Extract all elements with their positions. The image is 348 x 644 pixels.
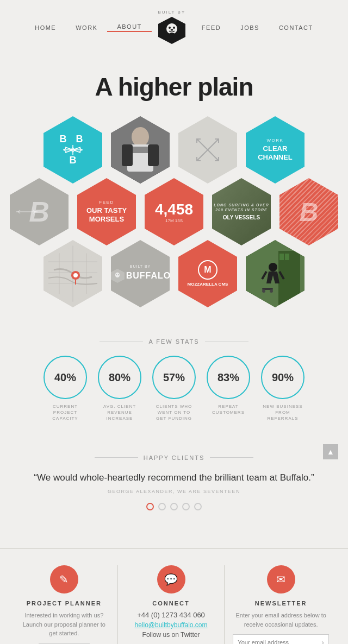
carousel-dot-4[interactable] bbox=[182, 503, 190, 510]
stats-divider: A FEW STATS bbox=[11, 338, 337, 345]
email-link[interactable]: hello@builtbybuffalo.com bbox=[134, 621, 207, 629]
svg-rect-15 bbox=[122, 144, 133, 166]
connect-icon-circle: 💬 bbox=[157, 565, 185, 594]
built-by-label: BUILT BY bbox=[158, 10, 185, 15]
carousel-dot-2[interactable] bbox=[158, 503, 166, 510]
feed-label: FEED bbox=[99, 200, 114, 205]
svg-point-42 bbox=[262, 289, 265, 293]
project-planner-desc: Interested in working with us? Launch ou… bbox=[19, 611, 109, 638]
envelope-icon: ✉ bbox=[276, 573, 285, 586]
mozzarella-m: M bbox=[204, 265, 211, 275]
testimonial-section: HAPPY CLIENTS “We would whole-heartedly … bbox=[0, 438, 348, 522]
spacer bbox=[0, 521, 348, 538]
oly-vessels-title: OLY VESSELS bbox=[212, 214, 271, 220]
buffalo-title: BUFFALO bbox=[126, 271, 171, 281]
hex-buffalo[interactable]: BUILT BY BUFFALO bbox=[108, 236, 173, 311]
edit-icon: ✎ bbox=[59, 573, 69, 586]
svg-point-3 bbox=[173, 27, 175, 29]
nav-contact[interactable]: CONTACT bbox=[269, 24, 323, 31]
carousel-dot-1[interactable] bbox=[146, 503, 154, 510]
newsletter-desc: Enter your email address below to receiv… bbox=[233, 611, 329, 629]
phone-number: +44 (0) 1273 434 060 bbox=[137, 611, 205, 619]
carousel-dots bbox=[33, 503, 315, 510]
skater-photo-svg bbox=[246, 240, 304, 307]
email-submit-arrow[interactable]: › bbox=[317, 635, 328, 644]
hero-headline: A higher plain bbox=[0, 72, 348, 102]
svg-rect-16 bbox=[148, 144, 159, 166]
svg-point-29 bbox=[73, 273, 78, 277]
stats-circles: 40% CURRENT PROJECT CAPACITY 80% AVG. CL… bbox=[11, 356, 337, 422]
connect-panel: 💬 CONNECT +44 (0) 1273 434 060 hello@bui… bbox=[118, 565, 225, 644]
stats-title: A FEW STATS bbox=[148, 338, 199, 345]
nav-about[interactable]: ABOUT bbox=[107, 23, 151, 32]
oly-vessels-text: LONG SURFING & OVER 200 EVENTS IN STORE bbox=[212, 203, 271, 212]
chat-icon: 💬 bbox=[164, 573, 178, 586]
newsletter-email-row: › bbox=[233, 634, 329, 644]
stat-label-4: REPEAT CUSTOMERS bbox=[207, 403, 250, 415]
stat-ring-4: 83% bbox=[207, 356, 250, 399]
nav-jobs[interactable]: JOBS bbox=[231, 24, 269, 31]
hex-map[interactable] bbox=[40, 236, 105, 311]
bbb-logo: B B B bbox=[60, 134, 86, 166]
nav-home[interactable]: HOME bbox=[25, 24, 66, 31]
striped-b-letter: B bbox=[300, 197, 319, 227]
svg-rect-39 bbox=[285, 254, 289, 260]
stat-label-3: CLIENTS WHO WENT ON TO GET FUNDING bbox=[152, 403, 196, 422]
newsletter-panel: ✉ NEWSLETTER Enter your email address be… bbox=[225, 565, 337, 644]
carousel-dot-5[interactable] bbox=[194, 503, 202, 510]
footer-panels: ✎ PROJECT PLANNER Interested in working … bbox=[0, 548, 348, 644]
stat-value-5: 90% bbox=[272, 371, 294, 384]
stat-1: 40% CURRENT PROJECT CAPACITY bbox=[44, 356, 87, 422]
stat-value-2: 80% bbox=[109, 371, 130, 384]
stat-2: 80% AVG. CLIENT REVENUE INCREASE bbox=[98, 356, 141, 422]
scroll-to-top-button[interactable]: ▲ bbox=[323, 444, 338, 459]
stat-value-4: 83% bbox=[217, 371, 239, 384]
hex-mozzarella[interactable]: M MOZZARELLA CMS bbox=[175, 236, 240, 311]
svg-point-4 bbox=[170, 29, 173, 31]
nav-work[interactable]: WORK bbox=[66, 24, 107, 31]
feed-title: OUR TASTY MORSELS bbox=[77, 206, 136, 223]
map-icon bbox=[48, 245, 97, 302]
arrows-icon bbox=[189, 131, 227, 169]
work-label: WORK bbox=[267, 138, 284, 143]
navigation: HOME WORK ABOUT BUILT BY bbox=[0, 0, 348, 50]
counter-sub: 17m 13s bbox=[165, 218, 183, 223]
scroll-arrow-icon: ▲ bbox=[327, 447, 334, 456]
svg-point-33 bbox=[116, 274, 117, 275]
twitter-link[interactable]: Follow us on Twitter bbox=[142, 631, 200, 639]
project-planner-panel: ✎ PROJECT PLANNER Interested in working … bbox=[11, 565, 118, 644]
stat-label-5: NEW BUSINESS FROM REFERRALS bbox=[261, 403, 304, 422]
stat-ring-1: 40% bbox=[44, 356, 87, 399]
newsletter-icon-circle: ✉ bbox=[267, 565, 295, 594]
stat-5: 90% NEW BUSINESS FROM REFERRALS bbox=[261, 356, 304, 422]
testimonial-quote: “We would whole-heartedly recommend the … bbox=[33, 471, 315, 485]
svg-point-1 bbox=[166, 23, 177, 34]
nav-feed[interactable]: FEED bbox=[192, 24, 231, 31]
testimonial-divider: HAPPY CLIENTS bbox=[33, 454, 315, 461]
stats-section: A FEW STATS 40% CURRENT PROJECT CAPACITY… bbox=[0, 322, 348, 438]
project-planner-title: PROJECT PLANNER bbox=[27, 600, 102, 607]
hero-section: A higher plain bbox=[0, 50, 348, 112]
project-planner-icon-circle: ✎ bbox=[50, 565, 78, 594]
svg-point-32 bbox=[115, 272, 120, 277]
stat-label-2: AVG. CLIENT REVENUE INCREASE bbox=[98, 403, 141, 422]
stat-3: 57% CLIENTS WHO WENT ON TO GET FUNDING bbox=[152, 356, 196, 422]
svg-point-40 bbox=[269, 263, 277, 272]
site-logo[interactable]: BUILT BY bbox=[157, 10, 187, 45]
stat-label-1: CURRENT PROJECT CAPACITY bbox=[44, 403, 87, 422]
hex-skater[interactable] bbox=[243, 236, 308, 311]
counter-number: 4,458 bbox=[155, 201, 193, 218]
carousel-dot-3[interactable] bbox=[170, 503, 178, 510]
mozzarella-title: MOZZARELLA CMS bbox=[188, 282, 228, 287]
stat-ring-2: 80% bbox=[98, 356, 141, 399]
stat-value-3: 57% bbox=[163, 371, 185, 384]
happy-clients-title: HAPPY CLIENTS bbox=[144, 454, 205, 461]
lion-icon bbox=[157, 16, 187, 45]
buffalo-mini-logo bbox=[110, 268, 125, 283]
stat-4: 83% REPEAT CUSTOMERS bbox=[207, 356, 250, 422]
stat-ring-5: 90% bbox=[261, 356, 304, 399]
svg-point-2 bbox=[169, 27, 171, 29]
newsletter-email-input[interactable] bbox=[233, 636, 317, 644]
work-title: CLEAR CHANNEL bbox=[246, 144, 304, 161]
man-photo-svg bbox=[111, 116, 170, 184]
